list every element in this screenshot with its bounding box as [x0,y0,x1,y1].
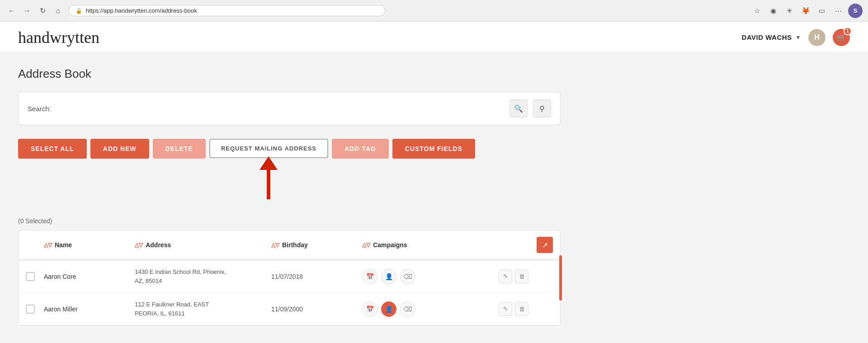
contact-name-0: Aaron Core [44,273,135,280]
delete-button[interactable]: DELETE [153,139,206,159]
forward-button[interactable]: → [21,5,33,17]
back-button[interactable]: ← [5,5,18,17]
extension-icon[interactable]: ◉ [767,5,779,17]
contact-birthday-0: 11/07/2018 [271,273,362,280]
url-text: https://app.handwrytten.com/address-book [86,7,197,14]
name-col-label: Name [55,241,72,249]
edit-icon-0[interactable]: ✎ [499,270,512,283]
export-col: ↗ [499,237,553,253]
contact-name-1: Aaron Miller [44,305,135,313]
table-header: △▽ Name △▽ Address △▽ Birthday △▽ Campai… [19,230,560,260]
avatar[interactable]: H [808,29,826,46]
contact-address-1: 112 E Faulkner Road, EASTPEORIA, IL, 616… [135,300,271,318]
birthday-sort-icon: △▽ [271,242,279,248]
address-bar[interactable]: 🔒 https://app.handwrytten.com/address-bo… [69,5,385,16]
app-header: handwrytten DAVID WACHS ▼ H 🛒 1 [0,22,868,53]
scroll-indicator [559,255,562,301]
action-buttons: SELECT ALL ADD NEW DELETE REQUEST MAILIN… [18,139,615,159]
cast-icon[interactable]: ▭ [816,5,828,17]
user-name: DAVID WACHS [742,33,792,41]
select-all-button[interactable]: SELECT ALL [18,139,87,159]
browser-action-buttons: ☆ ◉ ✳ 🦊 ▭ ⋯ S [750,4,863,18]
birthday-col-header[interactable]: △▽ Birthday [271,241,362,249]
metamask-icon[interactable]: 🦊 [799,5,812,17]
address-col-header[interactable]: △▽ Address [135,241,271,249]
more-icon[interactable]: ⋯ [832,5,844,17]
campaign-tag-icon-0[interactable]: ⌫ [400,269,415,284]
delete-icon-1[interactable]: 🗑 [515,302,528,316]
row-checkbox-1[interactable] [26,305,35,314]
annotation-arrow [250,156,287,202]
add-tag-button[interactable]: ADD TAG [332,139,389,159]
perplexity-icon[interactable]: ✳ [783,5,796,17]
name-col-header[interactable]: △▽ Name [44,241,135,249]
bookmark-icon[interactable]: ☆ [750,5,763,17]
table-row: Aaron Miller 112 E Faulkner Road, EASTPE… [19,293,560,325]
custom-fields-button[interactable]: CUSTOM FIELDS [392,139,475,159]
name-sort-icon: △▽ [44,242,52,248]
campaign-user-icon-1[interactable]: 👤 [381,301,396,317]
address-col-label: Address [146,241,171,249]
search-label: Search: [28,105,51,113]
campaigns-col-label: Campaigns [373,241,407,249]
campaign-card-icon-0[interactable]: 📅 [362,269,377,284]
chevron-down-icon: ▼ [796,34,801,41]
browser-nav: ← → ↻ ⌂ [5,5,64,17]
page-title: Address Book [18,67,615,81]
contact-campaigns-0: 📅 👤 ⌫ [362,269,499,284]
search-input[interactable] [57,105,504,113]
cart-badge: 1 [844,27,852,35]
browser-profile-button[interactable]: S [848,4,863,18]
logo: handwrytten [18,28,99,47]
delete-icon-0[interactable]: 🗑 [515,270,528,283]
campaign-user-icon-0[interactable]: 👤 [381,269,396,284]
contact-campaigns-1: 📅 👤 ⌫ [362,301,499,317]
address-sort-icon: △▽ [135,242,143,248]
edit-icon-1[interactable]: ✎ [499,302,512,316]
birthday-col-label: Birthday [282,241,308,249]
arrow-spacer [18,168,615,217]
selected-count: (0 Selected) [18,217,615,225]
header-right: DAVID WACHS ▼ H 🛒 1 [742,29,850,46]
campaign-card-icon-1[interactable]: 📅 [362,301,377,317]
svg-marker-1 [259,156,278,170]
campaigns-sort-icon: △▽ [362,242,370,248]
lock-icon: 🔒 [75,8,82,14]
request-mailing-wrapper: REQUEST MAILING ADDRESS [209,139,328,159]
table-row: Aaron Core 1430 E Indian School Rd, Phoe… [19,260,560,293]
user-menu[interactable]: DAVID WACHS ▼ [742,33,801,41]
home-button[interactable]: ⌂ [52,5,64,17]
address-table: △▽ Name △▽ Address △▽ Birthday △▽ Campai… [18,230,561,326]
row-checkbox-0[interactable] [26,272,35,281]
search-button[interactable]: 🔍 [509,99,528,117]
export-button[interactable]: ↗ [537,237,553,253]
add-new-button[interactable]: ADD NEW [90,139,149,159]
contact-birthday-1: 11/09/2000 [271,305,362,313]
main-content: Address Book Search: 🔍 ⚲ SELECT ALL ADD … [0,53,633,339]
cart-wrapper: 🛒 1 [833,29,850,46]
search-container: Search: 🔍 ⚲ [18,92,561,125]
request-mailing-address-button[interactable]: REQUEST MAILING ADDRESS [209,139,328,158]
contact-actions-1: ✎ 🗑 [499,302,553,316]
campaigns-col-header[interactable]: △▽ Campaigns [362,241,499,249]
refresh-button[interactable]: ↻ [36,5,49,17]
contact-address-0: 1430 E Indian School Rd, Phoenix,AZ, 850… [135,268,271,285]
filter-button[interactable]: ⚲ [533,99,551,117]
contact-actions-0: ✎ 🗑 [499,270,553,283]
campaign-tag-icon-1[interactable]: ⌫ [400,301,415,317]
browser-chrome: ← → ↻ ⌂ 🔒 https://app.handwrytten.com/ad… [0,0,868,22]
